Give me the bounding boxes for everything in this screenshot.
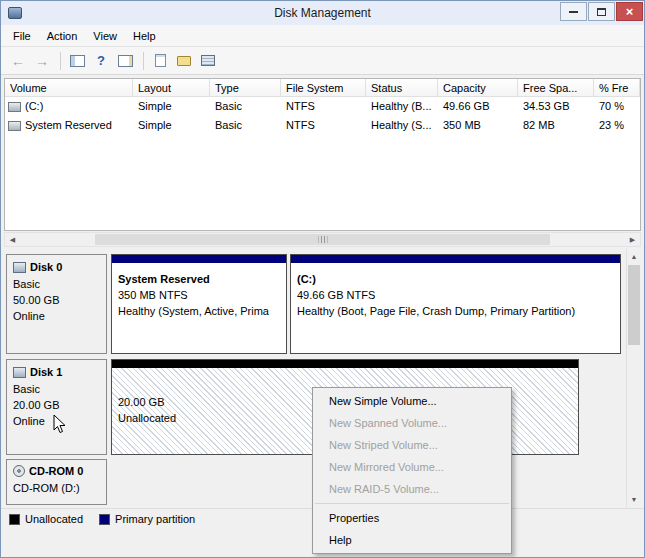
disk0-header[interactable]: Disk 0 Basic 50.00 GB Online (6, 254, 107, 354)
disk-capacity: 20.00 GB (13, 397, 100, 413)
partition-status: Healthy (Boot, Page File, Crash Dump, Pr… (297, 303, 614, 319)
legend-unallocated: Unallocated (9, 513, 83, 525)
export-list-button[interactable] (149, 50, 171, 72)
volume-status: Healthy (B... (366, 97, 438, 116)
volume-pct-free: 23 % (594, 116, 640, 135)
menu-view[interactable]: View (85, 27, 125, 45)
disk-status: Online (13, 308, 100, 324)
volume-capacity: 49.66 GB (438, 97, 518, 116)
column-header-free-space[interactable]: Free Spa... (518, 79, 594, 97)
vertical-scrollbar[interactable]: ▲ ▼ (626, 249, 641, 507)
volume-table-header: Volume Layout Type File System Status Ca… (5, 79, 640, 97)
disk-management-window: Disk Management × File Action View Help … (0, 0, 645, 558)
column-header-layout[interactable]: Layout (133, 79, 210, 97)
scroll-up-icon[interactable]: ▲ (627, 249, 641, 264)
partition-name: (C:) (297, 271, 614, 287)
context-menu: New Simple Volume... New Spanned Volume.… (312, 387, 512, 554)
scroll-down-icon[interactable]: ▼ (627, 492, 641, 507)
menu-item-new-raid5-volume: New RAID-5 Volume... (313, 478, 511, 500)
scroll-left-icon[interactable]: ◀ (5, 233, 20, 246)
volume-layout: Simple (133, 97, 210, 116)
refresh-icon (177, 56, 191, 66)
disk1-header[interactable]: Disk 1 Basic 20.00 GB Online (6, 359, 107, 455)
menu-item-new-striped-volume: New Striped Volume... (313, 434, 511, 456)
menu-separator (315, 503, 509, 504)
partition-name: System Reserved (118, 271, 280, 287)
rescan-disks-button[interactable] (197, 50, 219, 72)
column-header-file-system[interactable]: File System (281, 79, 366, 97)
partition-system-reserved[interactable]: System Reserved 350 MB NTFS Healthy (Sys… (111, 254, 287, 354)
partition-c[interactable]: (C:) 49.66 GB NTFS Healthy (Boot, Page F… (290, 254, 621, 354)
disk-status: Online (13, 413, 100, 429)
menu-action[interactable]: Action (39, 27, 86, 45)
partition-status: Healthy (System, Active, Prima (118, 303, 280, 319)
toolbar: ← → ? (1, 47, 644, 75)
column-header-status[interactable]: Status (366, 79, 438, 97)
volume-type: Basic (210, 97, 281, 116)
menu-item-new-simple-volume[interactable]: New Simple Volume... (313, 390, 511, 412)
window-title: Disk Management (1, 6, 644, 20)
volume-row-c[interactable]: (C:) Simple Basic NTFS Healthy (B... 49.… (5, 97, 640, 116)
close-button[interactable]: × (616, 2, 643, 21)
column-header-volume[interactable]: Volume (5, 79, 133, 97)
forward-button[interactable]: → (31, 50, 53, 72)
close-icon: × (626, 4, 634, 19)
volume-name: (C:) (25, 97, 43, 116)
scroll-right-icon[interactable]: ▶ (625, 233, 640, 246)
help-button[interactable]: ? (90, 50, 112, 72)
menu-item-properties[interactable]: Properties (313, 507, 511, 529)
legend-primary-partition: Primary partition (99, 513, 195, 525)
scrollbar-grip (318, 236, 327, 243)
menu-file[interactable]: File (5, 27, 39, 45)
console-tree-icon (70, 55, 85, 67)
show-action-pane-button[interactable] (114, 50, 136, 72)
help-icon: ? (97, 53, 105, 68)
unallocated-color-chip (9, 514, 20, 525)
menu-help[interactable]: Help (125, 27, 164, 45)
volume-file-system: NTFS (281, 97, 366, 116)
legend-label: Unallocated (25, 513, 83, 525)
toolbar-separator (143, 52, 144, 70)
column-header-pct-free[interactable]: % Fre (594, 79, 640, 97)
menu-item-new-spanned-volume: New Spanned Volume... (313, 412, 511, 434)
volume-capacity: 350 MB (438, 116, 518, 135)
disk-type: Basic (13, 276, 100, 292)
cdrom0-header[interactable]: CD-ROM 0 CD-ROM (D:) (6, 459, 107, 505)
disk-name: Disk 0 (30, 261, 62, 273)
volume-row-system-reserved[interactable]: System Reserved Simple Basic NTFS Health… (5, 116, 640, 135)
rescan-disks-icon (201, 55, 215, 66)
primary-partition-color-chip (99, 514, 110, 525)
column-header-type[interactable]: Type (210, 79, 281, 97)
volume-type: Basic (210, 116, 281, 135)
volume-file-system: NTFS (281, 116, 366, 135)
horizontal-scrollbar-thumb[interactable] (95, 234, 550, 245)
volume-status: Healthy (S... (366, 116, 438, 135)
back-button[interactable]: ← (7, 50, 29, 72)
volume-list-pane: Volume Layout Type File System Status Ca… (4, 78, 641, 231)
minimize-icon (569, 10, 578, 13)
volume-icon (8, 121, 21, 131)
column-header-capacity[interactable]: Capacity (438, 79, 518, 97)
volume-icon (8, 102, 21, 112)
partition-size: 350 MB NTFS (118, 287, 280, 303)
forward-icon: → (35, 53, 49, 69)
horizontal-scrollbar[interactable]: ◀ ▶ (4, 232, 641, 247)
maximize-icon (597, 8, 606, 16)
export-list-icon (155, 54, 166, 67)
maximize-button[interactable] (588, 2, 615, 21)
primary-partition-color-bar (112, 255, 286, 263)
refresh-button[interactable] (173, 50, 195, 72)
disk-icon (13, 367, 26, 378)
primary-partition-color-bar (291, 255, 620, 263)
disk-name: CD-ROM 0 (29, 465, 83, 477)
menu-item-help[interactable]: Help (313, 529, 511, 551)
volume-free-space: 34.53 GB (518, 97, 594, 116)
volume-name: System Reserved (25, 116, 112, 135)
cdrom-icon (13, 465, 25, 477)
title-bar: Disk Management × (1, 1, 644, 25)
show-console-tree-button[interactable] (66, 50, 88, 72)
vertical-scrollbar-thumb[interactable] (628, 265, 640, 345)
back-icon: ← (11, 53, 25, 69)
volume-free-space: 82 MB (518, 116, 594, 135)
minimize-button[interactable] (560, 2, 587, 21)
